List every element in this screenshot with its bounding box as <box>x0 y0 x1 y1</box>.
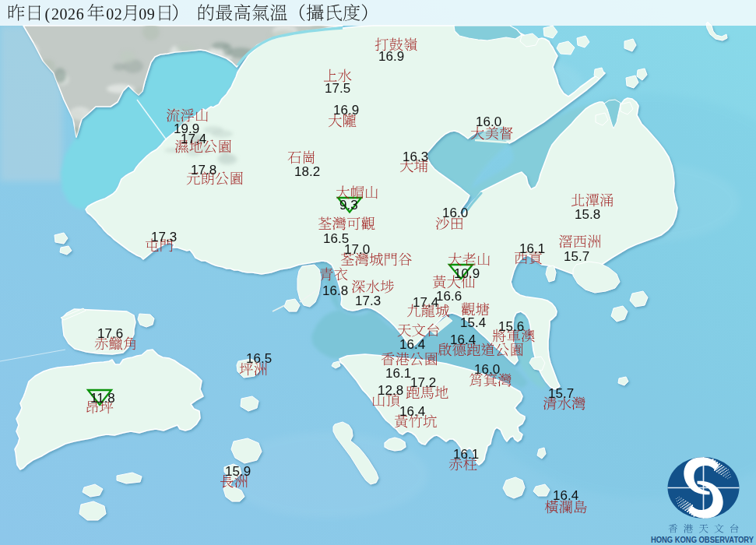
svg-text:17.2: 17.2 <box>410 375 436 390</box>
svg-text:15.8: 15.8 <box>575 207 600 222</box>
svg-text:15.4: 15.4 <box>460 315 486 330</box>
svg-text:18.2: 18.2 <box>294 164 320 179</box>
svg-text:16.3: 16.3 <box>403 149 428 164</box>
svg-text:02: 02 <box>106 5 122 23</box>
svg-text:16.8: 16.8 <box>322 283 348 298</box>
svg-text:16.5: 16.5 <box>246 351 272 366</box>
svg-text:16.9: 16.9 <box>333 103 359 118</box>
svg-text:16.4: 16.4 <box>399 337 425 352</box>
svg-text:16.1: 16.1 <box>519 241 545 256</box>
svg-text:17.3: 17.3 <box>151 230 177 244</box>
svg-text:12.8: 12.8 <box>378 383 403 398</box>
svg-text:15.7: 15.7 <box>564 249 589 264</box>
svg-text:16.1: 16.1 <box>385 366 411 381</box>
svg-text:HONG KONG OBSERVATORY: HONG KONG OBSERVATORY <box>651 535 754 544</box>
svg-text:(: ( <box>45 5 51 23</box>
svg-text:11.8: 11.8 <box>90 391 115 406</box>
svg-text:15.7: 15.7 <box>548 386 574 401</box>
svg-text:17.4: 17.4 <box>181 132 206 146</box>
svg-text:2026: 2026 <box>51 5 84 23</box>
svg-text:15.6: 15.6 <box>498 319 524 334</box>
svg-text:16.6: 16.6 <box>436 289 462 304</box>
svg-text:17.6: 17.6 <box>97 326 123 341</box>
svg-text:16.4: 16.4 <box>553 488 578 503</box>
svg-text:16.4: 16.4 <box>399 404 425 419</box>
svg-text:10.9: 10.9 <box>454 266 480 281</box>
svg-text:15.9: 15.9 <box>225 464 251 479</box>
svg-text:17.5: 17.5 <box>325 81 350 96</box>
svg-text:16.0: 16.0 <box>474 362 500 377</box>
svg-text:16.4: 16.4 <box>450 332 476 347</box>
svg-text:16.1: 16.1 <box>453 447 479 462</box>
svg-text:17.8: 17.8 <box>191 163 216 178</box>
svg-text:09: 09 <box>139 5 155 23</box>
svg-text:17.4: 17.4 <box>413 295 438 310</box>
svg-text:17.0: 17.0 <box>344 242 370 257</box>
svg-text:16.9: 16.9 <box>378 49 404 64</box>
svg-text:16.0: 16.0 <box>442 206 468 220</box>
svg-text:9.3: 9.3 <box>339 198 358 213</box>
svg-text:17.3: 17.3 <box>355 294 381 308</box>
svg-text:16.0: 16.0 <box>476 114 501 129</box>
